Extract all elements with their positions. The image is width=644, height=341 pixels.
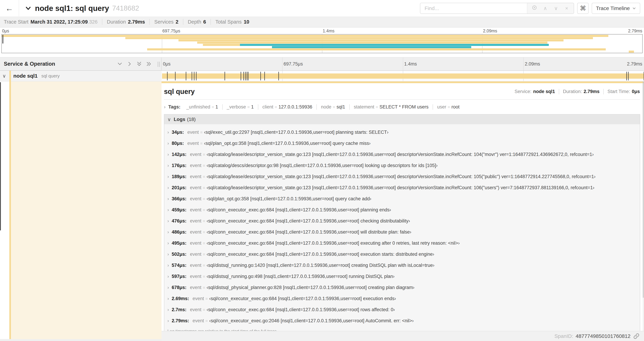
minimap-tick-label: 2.79ms — [628, 29, 642, 34]
log-row[interactable]: ›34μs:event=‹sql/exec_util.go:2297 [nsql… — [164, 127, 640, 138]
log-expand-chevron-icon: › — [168, 218, 169, 224]
log-key: event — [187, 141, 199, 146]
expand-all-icon[interactable] — [146, 61, 152, 67]
log-tick — [186, 72, 186, 80]
minimap-drag-handle[interactable] — [2, 35, 3, 44]
log-row[interactable]: ›201μs:event=‹sql/catalog/lease/descript… — [164, 182, 640, 193]
tag-item[interactable]: user=root — [432, 104, 464, 110]
trace-id: 7418682 — [112, 4, 139, 12]
log-tick — [192, 72, 192, 80]
log-row[interactable]: ›2.79ms:event=‹sql/conn_executor_exec.go… — [164, 315, 640, 326]
span-duration-bar[interactable] — [162, 74, 644, 79]
log-value: ‹sql/distsql_running.go:498 [nsql1,clien… — [206, 274, 394, 279]
log-row[interactable]: ›495μs:event=‹sql/conn_executor_exec.go:… — [164, 238, 640, 249]
log-row[interactable]: ›597μs:event=‹sql/distsql_running.go:498… — [164, 271, 640, 282]
find-next-icon[interactable]: ∨ — [550, 5, 561, 11]
collapse-all-icon[interactable] — [136, 61, 142, 67]
log-key: event — [187, 130, 199, 135]
log-value: ‹sql/conn_executor_exec.go:684 [nsql1,cl… — [206, 218, 410, 223]
meta-label: Trace Start — [4, 19, 28, 25]
log-row[interactable]: ›189μs:event=‹sql/catalog/lease/descript… — [164, 171, 640, 182]
log-expand-chevron-icon: › — [168, 163, 169, 168]
tag-item[interactable]: node=sql1 — [316, 104, 349, 110]
log-row[interactable]: ›366μs:event=‹sql/plan_opt.go:358 [nsql1… — [164, 193, 640, 204]
span-row-name-cell[interactable]: ∨ node sql1 sql query — [0, 71, 162, 81]
span-service-name: node sql1 — [13, 73, 38, 79]
separator — [150, 19, 150, 25]
log-key: event — [190, 240, 201, 246]
collapse-one-icon[interactable] — [117, 61, 122, 67]
minimap-span-bar — [147, 48, 606, 51]
bottom-strip — [0, 339, 162, 341]
log-row[interactable]: ›574μs:event=‹sql/distsql_running.go:142… — [164, 260, 640, 271]
log-expand-chevron-icon: › — [168, 274, 169, 279]
expand-one-icon[interactable] — [127, 61, 132, 67]
trace-minimap[interactable] — [2, 34, 642, 53]
span-collapse-chevron-icon[interactable]: ∨ — [2, 73, 6, 79]
view-dropdown-button[interactable]: Trace Timeline — [592, 3, 640, 14]
log-value: ‹sql/distsql_running.go:1420 [nsql1,clie… — [206, 263, 434, 268]
log-row[interactable]: ›459μs:event=‹sql/conn_executor_exec.go:… — [164, 204, 640, 215]
equals-sign: = — [201, 219, 206, 223]
locate-icon[interactable] — [529, 5, 540, 12]
equals-sign: = — [374, 105, 380, 109]
find-input[interactable] — [420, 3, 527, 14]
link-icon[interactable] — [633, 333, 640, 339]
log-value: ‹sql/catalog/descs/descriptor.go:98 [nsq… — [206, 163, 438, 168]
column-resize-grip[interactable] — [158, 62, 160, 67]
ruler-tick-label: 1.4ms — [403, 61, 417, 67]
tag-item[interactable]: statement=SELECT * FROM users — [349, 104, 433, 110]
log-tick — [245, 72, 246, 80]
find-prev-icon[interactable]: ∧ — [540, 5, 550, 11]
log-tick — [196, 72, 196, 80]
tag-item[interactable]: client=127.0.0.1:59936 — [258, 104, 316, 110]
log-row[interactable]: ›678μs:event=‹sql/distsql_physical_plann… — [164, 282, 640, 293]
meta-item: Trace StartMarch 31 2022, 17:25:09.326 — [4, 19, 98, 25]
log-key: event — [190, 163, 201, 168]
back-button[interactable]: ← — [0, 0, 19, 17]
tag-item[interactable]: _unfinished=1 — [182, 104, 222, 110]
trace-collapse-chevron-icon[interactable] — [25, 5, 31, 11]
equals-sign: = — [246, 105, 251, 109]
span-row-timeline-cell[interactable] — [162, 71, 644, 81]
log-key: event — [190, 274, 201, 279]
log-tick — [278, 72, 279, 80]
log-row[interactable]: ›502μs:event=‹sql/conn_executor_exec.go:… — [164, 249, 640, 260]
keyboard-shortcuts-button[interactable]: ⌘ — [577, 3, 588, 14]
log-tick — [167, 72, 168, 80]
minimap-axis: 0μs 697.75μs 1.4ms 2.09ms 2.79ms — [2, 29, 642, 34]
log-value: ‹sql/distsql_physical_planner.go:828 [ns… — [206, 285, 414, 290]
equals-sign: = — [201, 185, 206, 190]
stat-value: 2.79ms — [584, 89, 600, 94]
log-key: event — [190, 229, 201, 235]
log-row[interactable]: ›486μs:event=‹sql/conn_executor_exec.go:… — [164, 226, 640, 238]
view-dropdown-label: Trace Timeline — [596, 5, 630, 11]
log-field: event=‹sql/catalog/descs/descriptor.go:9… — [190, 163, 438, 168]
back-arrow-icon: ← — [5, 4, 13, 13]
log-key: event — [190, 307, 201, 312]
tags-row[interactable]: › Tags: _unfinished=1_verbose=1client=12… — [164, 104, 644, 110]
logs-header[interactable]: ∨ Logs (18) — [164, 115, 640, 124]
command-icon: ⌘ — [580, 5, 586, 12]
left-scrollbar-thumb[interactable] — [0, 82, 1, 230]
stat-label: Service: — [514, 89, 532, 94]
equals-sign: = — [331, 105, 336, 109]
log-timestamp: 189μs: — [172, 174, 186, 179]
log-field: event=‹sql/distsql_running.go:498 [nsql1… — [190, 274, 394, 279]
detail-row-highlight — [11, 82, 162, 339]
log-row[interactable]: ›476μs:event=‹sql/conn_executor_exec.go:… — [164, 215, 640, 226]
log-value: ‹sql/conn_executor_exec.go:684 [nsql1,cl… — [206, 240, 460, 246]
find-clear-icon[interactable]: × — [561, 5, 572, 11]
log-row[interactable]: ›2.7ms:event=‹sql/conn_executor_exec.go:… — [164, 304, 640, 315]
log-timestamp: 80μs: — [172, 141, 184, 146]
right-scrollbar-thumb[interactable] — [643, 82, 644, 298]
equals-sign: = — [201, 252, 206, 257]
log-row[interactable]: ›80μs:event=‹sql/plan_opt.go:358 [nsql1,… — [164, 138, 640, 149]
log-row[interactable]: ›176μs:event=‹sql/catalog/descs/descript… — [164, 160, 640, 171]
log-row[interactable]: ›2.69ms:event=‹sql/conn_executor_exec.go… — [164, 293, 640, 304]
ruler-tick-label: 2.79ms — [627, 61, 642, 67]
log-row[interactable]: ›142μs:event=‹sql/catalog/lease/descript… — [164, 149, 640, 160]
tag-item[interactable]: _verbose=1 — [222, 104, 258, 110]
log-tick — [626, 72, 627, 80]
ruler-tick-label: 2.09ms — [523, 61, 540, 67]
